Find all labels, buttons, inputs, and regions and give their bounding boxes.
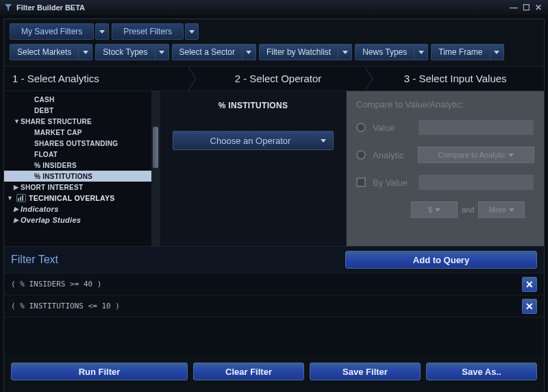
by-value-label: By Value	[373, 177, 411, 188]
funnel-icon	[4, 3, 12, 12]
chevron-down-icon[interactable]	[155, 44, 169, 60]
tab-my-saved-filters: My Saved Filters	[10, 23, 109, 40]
operator-panel: % INSTITUTIONS Choose an Operator	[160, 91, 347, 246]
tree-item-label: SHARE STRUCTURE	[21, 118, 92, 125]
tab-preset-filters: Preset Filters	[112, 23, 199, 40]
tree-item-label: SHORT INTEREST	[21, 184, 83, 191]
bottom-bar: Run Filter Clear Filter Save Filter Save…	[4, 356, 544, 387]
caret-icon: ▼	[14, 118, 20, 125]
filter-text-header: Filter Text Add to Query	[4, 246, 544, 273]
chevron-down-icon[interactable]	[242, 44, 256, 60]
value-input[interactable]	[418, 119, 534, 136]
window: Filter Builder BETA — ☐ ✕ My Saved Filte…	[0, 0, 548, 392]
titlebar: Filter Builder BETA — ☐ ✕	[0, 0, 548, 15]
chevron-down-icon[interactable]	[414, 44, 428, 60]
chevron-down-icon[interactable]	[185, 23, 199, 40]
tree-item[interactable]: DEBT	[4, 105, 151, 116]
tree-item[interactable]: ▶Indicators	[4, 204, 151, 215]
chevron-down-icon[interactable]	[338, 44, 352, 60]
caret-icon: ▶	[14, 217, 18, 223]
direction-dropdown[interactable]: More	[478, 201, 525, 218]
analytic-radio[interactable]	[356, 150, 366, 160]
compare-header: Compare to Value/Analytic:	[356, 99, 534, 110]
panels: CASHDEBT▼SHARE STRUCTUREMARKET CAPSHARES…	[4, 91, 544, 246]
filter-expression: ( % INSIDERS >= 40 )	[11, 280, 522, 289]
chevron-down-icon[interactable]	[95, 23, 109, 40]
by-value-input[interactable]	[418, 174, 534, 191]
caret-icon: ▼	[7, 195, 13, 201]
tree-item-label: Indicators	[21, 205, 59, 213]
dd-stock-types: Stock Types	[95, 44, 169, 60]
dd-news-types: News Types	[355, 44, 428, 60]
step-2-label: 2 - Select Operator	[190, 66, 367, 90]
choose-operator-dropdown[interactable]: Choose an Operator	[173, 131, 334, 150]
caret-icon: ▶	[14, 206, 18, 212]
filter-row: ( % INSIDERS >= 40 ) ✕	[4, 273, 544, 295]
tree-item-label: CASH	[34, 96, 55, 103]
analytics-tree-panel: CASHDEBT▼SHARE STRUCTUREMARKET CAPSHARES…	[4, 91, 160, 246]
save-filter-button[interactable]: Save Filter	[310, 363, 421, 380]
tree-item-label: % INSTITUTIONS	[34, 173, 92, 180]
tree-item[interactable]: FLOAT	[4, 149, 151, 160]
svg-rect-0	[18, 198, 19, 201]
tree-item-label: Overlap Studies	[21, 216, 81, 224]
clear-filter-button[interactable]: Clear Filter	[193, 363, 304, 380]
compare-analytic-dropdown[interactable]: Compare to Analytic	[418, 147, 534, 163]
tree-item[interactable]: % INSIDERS	[4, 160, 151, 171]
step-1-label: 1 - Select Analytics	[4, 66, 190, 90]
save-as-button[interactable]: Save As..	[426, 363, 537, 380]
maximize-button[interactable]: ☐	[521, 3, 532, 12]
chevron-down-icon	[321, 139, 326, 143]
svg-rect-2	[22, 195, 23, 201]
tree-item-label: FLOAT	[34, 151, 58, 158]
chevron-down-icon[interactable]	[490, 44, 504, 60]
chart-icon	[16, 194, 26, 202]
filter-expression: ( % INSTITUTIONS <= 10 )	[11, 302, 522, 310]
input-values-panel: Compare to Value/Analytic: Value Analyti…	[347, 91, 544, 246]
delete-row-button[interactable]: ✕	[522, 277, 537, 292]
and-label: and	[462, 206, 474, 214]
tree-item[interactable]: % INSTITUTIONS	[4, 171, 151, 182]
tree-item-label: SHARES OUTSTANDING	[34, 140, 118, 147]
step-header: 1 - Select Analytics 2 - Select Operator…	[4, 66, 544, 91]
tree-item[interactable]: ▶Overlap Studies	[4, 215, 151, 225]
tree-item-label: MARKET CAP	[34, 129, 82, 136]
tree-item[interactable]: ▼SHARE STRUCTURE	[4, 116, 151, 127]
dd-select-markets: Select Markets	[10, 44, 92, 60]
dd-select-sector: Select a Sector	[172, 44, 256, 60]
unit-dropdown[interactable]: $	[411, 201, 458, 218]
step-3-label: 3 - Select Input Values	[366, 66, 544, 90]
chevron-down-icon[interactable]	[79, 44, 92, 60]
filter-row: ( % INSTITUTIONS <= 10 ) ✕	[4, 295, 544, 317]
tree-item[interactable]: ▼TECHNICAL OVERLAYS	[4, 193, 151, 204]
tree-item[interactable]: MARKET CAP	[4, 127, 151, 138]
caret-icon: ▶	[14, 184, 18, 191]
dd-time-frame: Time Frame	[431, 44, 503, 60]
delete-row-button[interactable]: ✕	[522, 299, 537, 314]
filter-text-rows: ( % INSIDERS >= 40 ) ✕ ( % INSTITUTIONS …	[4, 273, 544, 356]
analytic-label: Analytic	[373, 150, 411, 160]
window-title: Filter Builder BETA	[16, 3, 85, 12]
tree-item-label: DEBT	[34, 107, 53, 114]
tree-item[interactable]: SHARES OUTSTANDING	[4, 138, 151, 149]
top-tabs: My Saved Filters Preset Filters	[4, 19, 544, 42]
content-frame: My Saved Filters Preset Filters Select M…	[3, 19, 545, 392]
filter-bar: Select Markets Stock Types Select a Sect…	[4, 42, 544, 66]
tree-item-label: TECHNICAL OVERLAYS	[29, 194, 115, 202]
dd-filter-watchlist: Filter by Watchlist	[259, 44, 352, 60]
value-radio[interactable]	[356, 123, 366, 132]
selected-analytic-label: % INSTITUTIONS	[173, 101, 334, 110]
tree-item[interactable]: CASH	[4, 94, 151, 105]
add-to-query-button[interactable]: Add to Query	[345, 251, 537, 269]
run-filter-button[interactable]: Run Filter	[11, 363, 188, 380]
minimize-button[interactable]: —	[508, 3, 519, 12]
filter-text-title: Filter Text	[11, 254, 345, 266]
by-value-checkbox[interactable]	[356, 177, 366, 187]
tree-scrollbar[interactable]	[151, 91, 160, 246]
tree-item[interactable]: ▶SHORT INTEREST	[4, 182, 151, 193]
tree-item-label: % INSIDERS	[34, 162, 77, 169]
close-button[interactable]: ✕	[533, 3, 544, 12]
svg-rect-1	[20, 197, 21, 201]
value-label: Value	[373, 123, 411, 133]
